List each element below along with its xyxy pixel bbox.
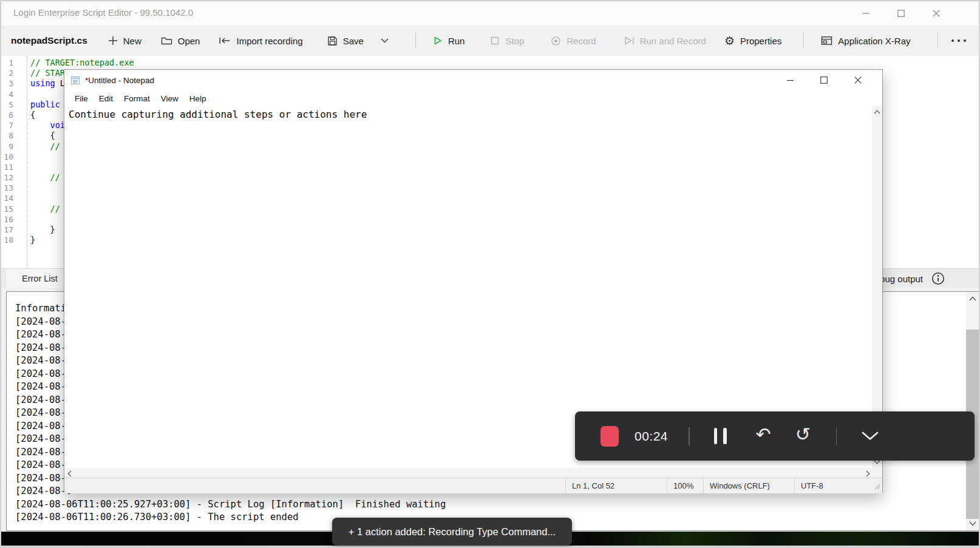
- open-label: Open: [178, 36, 200, 46]
- notepad-menu-help[interactable]: Help: [184, 94, 212, 103]
- recording-toolbar-separator: [836, 427, 837, 445]
- code-token: }: [30, 235, 35, 245]
- record-label: Record: [567, 36, 596, 46]
- recording-timer: 00:24: [635, 429, 668, 444]
- notepad-text: Continue capturing additional steps or a…: [69, 109, 367, 120]
- save-floppy-icon: [327, 36, 338, 46]
- scroll-up-button[interactable]: [966, 292, 979, 305]
- code-token: using: [30, 78, 55, 88]
- notepad-maximize-button[interactable]: [807, 70, 841, 90]
- properties-button[interactable]: ⚙ Properties: [724, 35, 781, 47]
- line-number: 14: [1, 193, 13, 203]
- close-icon: [933, 10, 940, 17]
- status-spacer: [64, 478, 565, 493]
- chevron-down-icon: [861, 431, 879, 441]
- stop-button[interactable]: Stop: [490, 36, 524, 46]
- stop-label: Stop: [505, 36, 524, 46]
- line-number: 13: [1, 183, 13, 193]
- line-number-gutter: 123456789101112131415161718: [1, 56, 27, 268]
- code-token: // STAR: [30, 68, 65, 78]
- new-button[interactable]: New: [108, 36, 141, 46]
- app-titlebar: Login Enterprise Script Editor - 99.50.1…: [1, 1, 979, 25]
- pause-recording-button[interactable]: [714, 428, 727, 444]
- plus-icon: [108, 36, 118, 46]
- code-token: {: [30, 130, 55, 140]
- line-number: 8: [1, 130, 13, 141]
- code-token: public: [30, 100, 60, 109]
- app-window: Login Enterprise Script Editor - 99.50.1…: [0, 0, 980, 548]
- notepad-menu-edit[interactable]: Edit: [94, 94, 118, 103]
- code-token: [30, 141, 50, 151]
- more-options-button[interactable]: [950, 38, 967, 43]
- save-button[interactable]: Save: [327, 36, 364, 46]
- scroll-right-button[interactable]: [866, 470, 870, 477]
- debug-output-label: bug output: [880, 274, 923, 284]
- open-button[interactable]: Open: [161, 36, 200, 46]
- status-encoding: UTF-8: [794, 478, 882, 493]
- script-filename-tab[interactable]: notepadScript.cs: [11, 35, 87, 46]
- recording-toolbar-separator: [689, 427, 690, 445]
- scroll-down-button[interactable]: [874, 460, 880, 464]
- notepad-close-button[interactable]: [841, 70, 875, 90]
- recording-toolbar: 00:24 ↶ ↺: [575, 411, 975, 461]
- collapse-toolbar-button[interactable]: [861, 431, 879, 441]
- info-icon[interactable]: [931, 272, 945, 285]
- maximize-button[interactable]: [883, 1, 919, 25]
- scroll-left-button[interactable]: [67, 470, 72, 477]
- record-button[interactable]: Record: [551, 36, 596, 46]
- notepad-app-icon: [70, 75, 81, 85]
- notepad-menu-view[interactable]: View: [155, 94, 184, 103]
- toast-message: + 1 action added: Recording Type Command…: [349, 526, 556, 538]
- scroll-up-button[interactable]: [874, 110, 880, 114]
- run-and-record-icon: [624, 36, 635, 46]
- line-number: 4: [1, 89, 13, 100]
- import-label: Import recording: [236, 36, 302, 46]
- stop-recording-button[interactable]: [601, 426, 619, 447]
- minimize-button[interactable]: [848, 1, 883, 25]
- line-number: 9: [1, 141, 13, 152]
- status-line-ending: Windows (CRLF): [703, 478, 794, 493]
- run-button[interactable]: Run: [433, 36, 465, 46]
- scroll-down-button[interactable]: [966, 517, 979, 530]
- notepad-menu-file[interactable]: File: [69, 94, 94, 103]
- app-title: Login Enterprise Script Editor - 99.50.1…: [13, 7, 193, 18]
- minimize-icon: [862, 10, 869, 17]
- code-token: }: [30, 225, 55, 234]
- app-window-controls: [848, 1, 954, 25]
- code-token: [30, 172, 50, 182]
- pause-icon: [714, 428, 718, 444]
- notepad-minimize-button[interactable]: [773, 70, 807, 90]
- save-label: Save: [343, 36, 364, 46]
- restart-recording-button[interactable]: ↺: [795, 425, 811, 444]
- debug-output-control: bug output: [880, 269, 945, 288]
- run-play-icon: [433, 36, 443, 46]
- line-number: 18: [1, 235, 13, 245]
- chevron-up-icon: [874, 110, 880, 114]
- chevron-down-icon: [381, 38, 389, 43]
- restart-icon: ↺: [795, 424, 811, 445]
- notepad-titlebar[interactable]: *Untitled - Notepad: [64, 70, 882, 90]
- line-number: 7: [1, 120, 13, 130]
- chevron-down-icon: [874, 460, 880, 464]
- notepad-horizontal-scrollbar[interactable]: [64, 468, 873, 478]
- code-token: [30, 204, 50, 214]
- notepad-status-bar: Ln 1, Col 52 100% Windows (CRLF) UTF-8: [64, 478, 882, 493]
- toolbar-separator: [415, 33, 416, 49]
- undo-icon: ↶: [756, 424, 771, 445]
- application-xray-button[interactable]: Application X-Ray: [821, 36, 910, 46]
- import-recording-button[interactable]: Import recording: [218, 36, 302, 46]
- main-toolbar: notepadScript.cs New Open Import recordi…: [1, 25, 979, 56]
- resize-grip-icon[interactable]: [873, 482, 880, 492]
- code-token: // TARGET:notepad.exe: [30, 58, 134, 67]
- line-number: 6: [1, 110, 13, 120]
- run-and-record-button[interactable]: Run and Record: [624, 36, 706, 46]
- bottom-gray-bar: [1, 546, 979, 548]
- code-line[interactable]: // TARGET:notepad.exe: [30, 58, 979, 68]
- save-dropdown-button[interactable]: [381, 38, 389, 43]
- line-number: 2: [1, 68, 13, 78]
- undo-action-button[interactable]: ↶: [756, 425, 771, 444]
- notepad-menu-format[interactable]: Format: [118, 94, 155, 103]
- toolbar-separator: [937, 33, 938, 49]
- close-button[interactable]: [919, 1, 954, 25]
- code-token: {: [30, 110, 35, 120]
